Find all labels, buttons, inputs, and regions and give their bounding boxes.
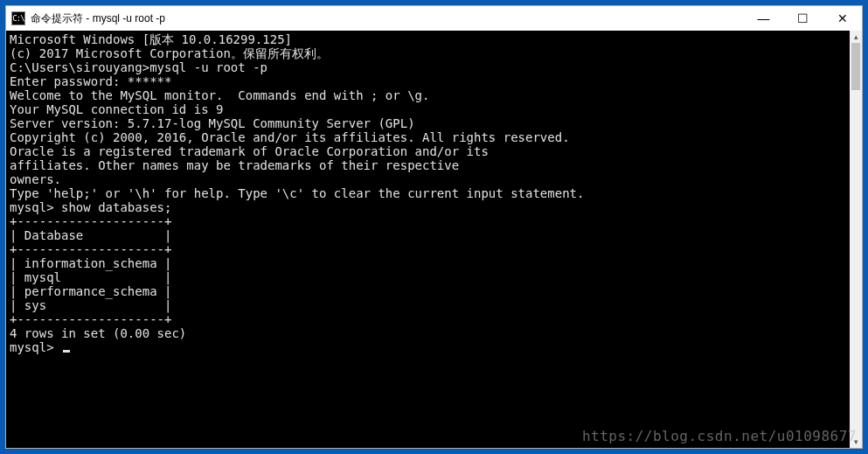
scroll-up-button[interactable]: ▴ bbox=[850, 31, 862, 43]
scroll-down-button[interactable]: ▾ bbox=[850, 436, 862, 448]
cursor bbox=[63, 350, 70, 353]
close-button[interactable]: ✕ bbox=[823, 6, 862, 31]
terminal-line: +--------------------+ bbox=[10, 312, 846, 326]
terminal-line: | information_schema | bbox=[10, 256, 846, 270]
window-inner: C:\ 命令提示符 - mysql -u root -p — ☐ ✕ Micro… bbox=[5, 5, 863, 449]
terminal-line: Enter password: ****** bbox=[10, 74, 846, 88]
terminal-line: | performance_schema | bbox=[10, 284, 846, 298]
window-frame: C:\ 命令提示符 - mysql -u root -p — ☐ ✕ Micro… bbox=[0, 0, 868, 454]
terminal-line: mysql> show databases; bbox=[10, 200, 846, 214]
terminal-line: | Database | bbox=[10, 228, 846, 242]
terminal-line: 4 rows in set (0.00 sec) bbox=[10, 326, 846, 340]
terminal-line: Server version: 5.7.17-log MySQL Communi… bbox=[10, 116, 846, 130]
terminal-line: | mysql | bbox=[10, 270, 846, 284]
terminal-line: +--------------------+ bbox=[10, 242, 846, 256]
maximize-button[interactable]: ☐ bbox=[783, 6, 823, 31]
titlebar[interactable]: C:\ 命令提示符 - mysql -u root -p — ☐ ✕ bbox=[6, 6, 862, 31]
terminal-line: C:\Users\sirouyang>mysql -u root -p bbox=[10, 60, 846, 74]
terminal-line: Your MySQL connection id is 9 bbox=[10, 102, 846, 116]
window-title: 命令提示符 - mysql -u root -p bbox=[31, 11, 165, 26]
terminal-area[interactable]: Microsoft Windows [版本 10.0.16299.125](c)… bbox=[6, 31, 862, 448]
terminal-line: mysql> bbox=[10, 340, 846, 354]
terminal-line: Type 'help;' or '\h' for help. Type '\c'… bbox=[10, 186, 846, 200]
minimize-button[interactable]: — bbox=[744, 6, 783, 31]
terminal-line: owners. bbox=[10, 172, 846, 186]
terminal-line: | sys | bbox=[10, 298, 846, 312]
terminal-line: Welcome to the MySQL monitor. Commands e… bbox=[10, 88, 846, 102]
terminal-line: Copyright (c) 2000, 2016, Oracle and/or … bbox=[10, 130, 846, 144]
scroll-thumb[interactable] bbox=[851, 43, 860, 90]
scrollbar[interactable]: ▴ ▾ bbox=[850, 31, 862, 448]
terminal-line: +--------------------+ bbox=[10, 214, 846, 228]
terminal-line: Oracle is a registered trademark of Orac… bbox=[10, 144, 846, 158]
terminal-line: affiliates. Other names may be trademark… bbox=[10, 158, 846, 172]
cmd-icon: C:\ bbox=[11, 11, 25, 25]
terminal-content[interactable]: Microsoft Windows [版本 10.0.16299.125](c)… bbox=[6, 31, 850, 448]
terminal-line: (c) 2017 Microsoft Corporation。保留所有权利。 bbox=[10, 46, 846, 60]
terminal-line: Microsoft Windows [版本 10.0.16299.125] bbox=[10, 32, 846, 46]
